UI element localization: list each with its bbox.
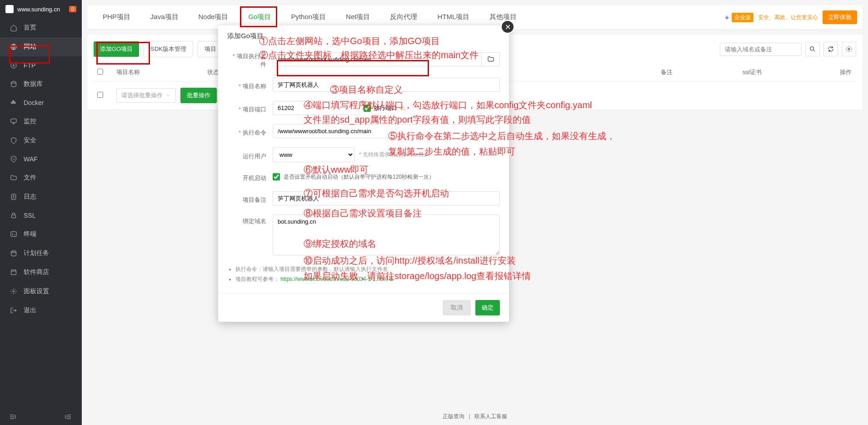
sidebar-item-log[interactable]: 日志 (0, 187, 82, 206)
settings-button[interactable] (842, 42, 856, 56)
domain-textarea[interactable] (273, 215, 500, 255)
globe-icon (10, 43, 17, 50)
sidebar-item-home[interactable]: 首页 (0, 18, 82, 37)
remark-label: 项目备注 (243, 196, 266, 203)
contact-support-link[interactable]: 联系人工客服 (474, 413, 507, 420)
modal-title: 添加Go项目 (218, 25, 509, 47)
sidebar-item-docker[interactable]: Docker (0, 94, 82, 112)
hint-list: 执行命令：请输入项目需要携带的参数，默认请输入执行文件名 项目教程可参考： ht… (227, 265, 500, 284)
row-checkbox[interactable] (97, 92, 103, 98)
collapse-left-icon[interactable] (9, 413, 17, 420)
search-input[interactable] (720, 43, 802, 56)
sidebar-item-terminal[interactable]: 终端 (0, 225, 82, 244)
sidebar-item-shield[interactable]: 安全 (0, 131, 82, 150)
autostart-checkbox[interactable] (273, 173, 280, 180)
sidebar-item-label: SSL (24, 212, 35, 219)
sidebar-item-label: 安全 (24, 136, 36, 145)
sidebar-item-label: 软件商店 (24, 268, 49, 276)
log-icon (10, 193, 17, 200)
confirm-button[interactable]: 确定 (475, 300, 500, 315)
sidebar-item-waf[interactable]: WAF (0, 150, 82, 168)
allow-port-checkbox[interactable] (364, 105, 371, 112)
sidebar-item-monitor[interactable]: 监控 (0, 112, 82, 131)
sidebar-item-label: 日志 (24, 193, 36, 201)
exec-file-input[interactable] (273, 52, 482, 66)
select-all-checkbox[interactable] (97, 69, 103, 75)
warning-icon: ⚠ (400, 105, 405, 111)
sidebar-item-cron[interactable]: 计划任务 (0, 244, 82, 263)
svg-point-12 (13, 290, 15, 292)
add-go-project-modal: ✕ 添加Go项目 *项目执行文件 *项目名称 *项目端口 放行端口 ⚠ *执行命… (218, 25, 509, 322)
sdk-version-button[interactable]: SDK版本管理 (144, 41, 193, 57)
tutorial-link[interactable]: https://www.bt.cn/bbs/thread-93034-1-1.h… (280, 276, 387, 282)
shield-icon (10, 137, 17, 144)
sidebar-header: www.sunding.cn 0 (0, 0, 82, 18)
sidebar-item-label: 数据库 (24, 80, 43, 88)
sidebar-item-ssl[interactable]: SSL (0, 206, 82, 225)
license-check-link[interactable]: 正版查询 (443, 413, 464, 420)
add-go-project-button[interactable]: 添加GO项目 (94, 41, 139, 57)
col-name: 项目名称 (112, 68, 203, 76)
sidebar-item-label: FTP (24, 62, 35, 69)
sidebar-item-label: 终端 (24, 230, 36, 238)
sidebar-item-database[interactable]: 数据库 (0, 75, 82, 94)
sidebar-item-label: 首页 (24, 24, 36, 32)
hint-tutorial: 项目教程可参考： https://www.bt.cn/bbs/thread-93… (235, 275, 500, 285)
logout-icon (10, 307, 17, 314)
sidebar-item-globe[interactable]: 网站 (0, 37, 82, 56)
sidebar-item-logout[interactable]: 退出 (0, 301, 82, 320)
ssl-icon (10, 212, 17, 219)
sidebar-item-label: WAF (24, 155, 38, 163)
refresh-button[interactable] (823, 42, 838, 56)
sidebar-item-folder[interactable]: 文件 (0, 168, 82, 187)
safety-slogan: 安全、高效、让您更安心 (758, 14, 818, 21)
monitor-icon (10, 118, 17, 125)
collapse-right-icon[interactable] (65, 413, 73, 420)
search-button[interactable] (805, 42, 820, 56)
page-footer: 正版查询 | 联系人工客服 (82, 413, 868, 420)
exec-cmd-input[interactable] (273, 124, 500, 138)
ftp-icon (10, 62, 17, 69)
terminal-icon (10, 230, 17, 238)
settings-icon (10, 288, 17, 295)
autostart-label: 开机启动 (243, 175, 266, 181)
svg-point-13 (810, 47, 814, 50)
sidebar-item-store[interactable]: 软件商店 (0, 263, 82, 282)
batch-select[interactable]: 请选择批量操作 (116, 88, 176, 103)
sidebar-item-label: 面板设置 (24, 287, 49, 295)
port-label: 项目端口 (243, 106, 266, 113)
svg-rect-9 (11, 215, 15, 218)
notification-badge[interactable]: 0 (69, 6, 76, 12)
home-icon (10, 24, 17, 31)
svg-rect-4 (13, 102, 14, 104)
remark-input[interactable] (273, 191, 500, 205)
col-remark: 备注 (656, 68, 738, 76)
proj-name-label: 项目名称 (243, 83, 266, 90)
experience-button[interactable]: 立即体验 (823, 10, 857, 24)
diamond-icon: ◈ (725, 14, 729, 20)
sidebar-item-settings[interactable]: 面板设置 (0, 282, 82, 301)
port-input[interactable] (273, 101, 359, 115)
store-icon (10, 269, 17, 276)
exec-cmd-label: 执行命令 (243, 129, 266, 136)
proj-name-input[interactable] (273, 78, 500, 92)
database-icon (10, 80, 17, 88)
cancel-button[interactable]: 取消 (443, 300, 471, 315)
tab-0[interactable]: PHP项目 (93, 6, 140, 29)
sidebar-footer (0, 413, 82, 420)
svg-rect-11 (11, 251, 16, 256)
docker-icon (10, 99, 17, 106)
tab-1[interactable]: Java项目 (140, 6, 189, 29)
folder-icon (10, 174, 17, 181)
modal-close-button[interactable]: ✕ (501, 20, 514, 34)
cron-icon (10, 250, 17, 257)
allow-port-checkbox-wrap[interactable]: 放行端口 ⚠ (364, 104, 405, 112)
folder-icon (487, 55, 494, 63)
sidebar-item-label: 网站 (24, 43, 36, 51)
batch-action-button[interactable]: 批量操作 (180, 88, 217, 103)
hint-exec: 执行命令：请输入项目需要携带的参数，默认请输入执行文件名 (235, 265, 500, 275)
svg-rect-3 (11, 102, 13, 104)
sidebar-item-ftp[interactable]: FTP (0, 56, 82, 75)
browse-folder-button[interactable] (482, 52, 500, 66)
run-user-select[interactable]: www (273, 147, 354, 162)
